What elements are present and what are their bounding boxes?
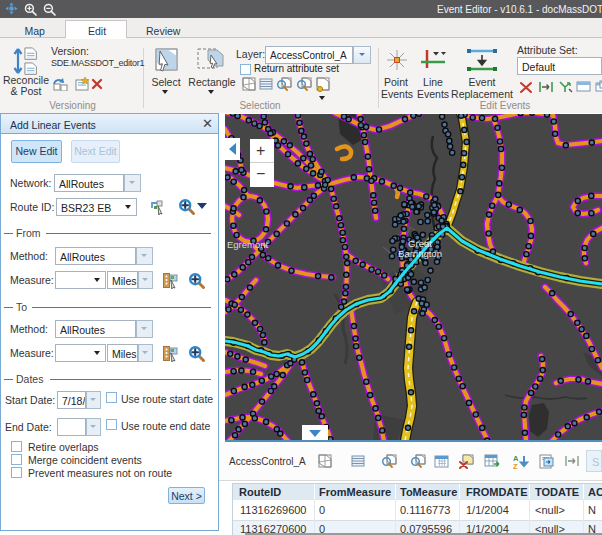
svg-text:Barrington: Barrington bbox=[398, 248, 442, 259]
svg-text:Z: Z bbox=[513, 462, 518, 469]
svg-text:Egremont: Egremont bbox=[227, 239, 269, 250]
